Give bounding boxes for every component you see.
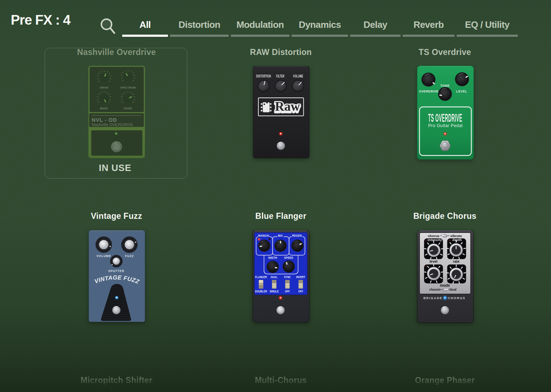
svg-text:WIDTH: WIDTH xyxy=(268,256,277,260)
svg-text:INVERT: INVERT xyxy=(296,275,305,279)
svg-text:OFF: OFF xyxy=(285,290,290,293)
svg-text:Pro Guitar Pedal: Pro Guitar Pedal xyxy=(428,123,463,128)
svg-text:DUAL: DUAL xyxy=(271,275,278,279)
svg-text:BRIGADE: BRIGADE xyxy=(423,296,442,300)
svg-text:mode: mode xyxy=(440,283,450,287)
svg-text:TS OVERDRIVE: TS OVERDRIVE xyxy=(428,112,462,124)
svg-text:vibrato: vibrato xyxy=(450,234,462,238)
svg-text:SPEED: SPEED xyxy=(284,256,293,260)
svg-text:rate: rate xyxy=(453,260,460,263)
svg-text:Raw: Raw xyxy=(275,99,300,114)
svg-text:FLANGER: FLANGER xyxy=(255,275,267,279)
svg-text:classic: classic xyxy=(429,287,441,291)
svg-text:intensity: intensity xyxy=(428,238,442,242)
svg-text:CHORUS: CHORUS xyxy=(448,296,465,300)
svg-text:FUZZ: FUZZ xyxy=(125,254,134,258)
svg-text:depth: depth xyxy=(452,238,462,242)
svg-text:level: level xyxy=(430,260,437,263)
svg-text:DRIVE: DRIVE xyxy=(100,86,109,89)
svg-text:FILTER: FILTER xyxy=(276,74,284,78)
svg-text:Nashville OVERDRIVE: Nashville OVERDRIVE xyxy=(92,122,134,127)
svg-text:dual: dual xyxy=(450,287,457,291)
svg-text:DISTORTION: DISTORTION xyxy=(256,74,271,78)
svg-text:VOLUME: VOLUME xyxy=(293,74,303,78)
svg-text:DOUBLER: DOUBLER xyxy=(255,290,267,293)
svg-text:OVERDRIVE: OVERDRIVE xyxy=(419,90,439,93)
svg-text:REGEN: REGEN xyxy=(292,234,302,238)
svg-text:chorus: chorus xyxy=(428,234,440,238)
svg-text:SINGLE: SINGLE xyxy=(270,290,279,293)
svg-text:MANUAL: MANUAL xyxy=(258,234,270,238)
svg-text:VOLUME: VOLUME xyxy=(96,254,111,258)
svg-text:NVL - OD: NVL - OD xyxy=(92,117,117,123)
svg-text:OFF: OFF xyxy=(298,290,303,293)
svg-text:SPUTTER: SPUTTER xyxy=(108,269,124,273)
svg-text:SYNC: SYNC xyxy=(284,275,291,279)
svg-text:TONE: TONE xyxy=(440,84,450,87)
svg-text:LEVEL: LEVEL xyxy=(456,90,467,93)
svg-text:MIX: MIX xyxy=(278,234,283,238)
svg-text:BASS: BASS xyxy=(100,107,108,110)
svg-text:SPECTRUM: SPECTRUM xyxy=(120,86,136,89)
svg-text:LEVEL: LEVEL xyxy=(124,107,133,110)
